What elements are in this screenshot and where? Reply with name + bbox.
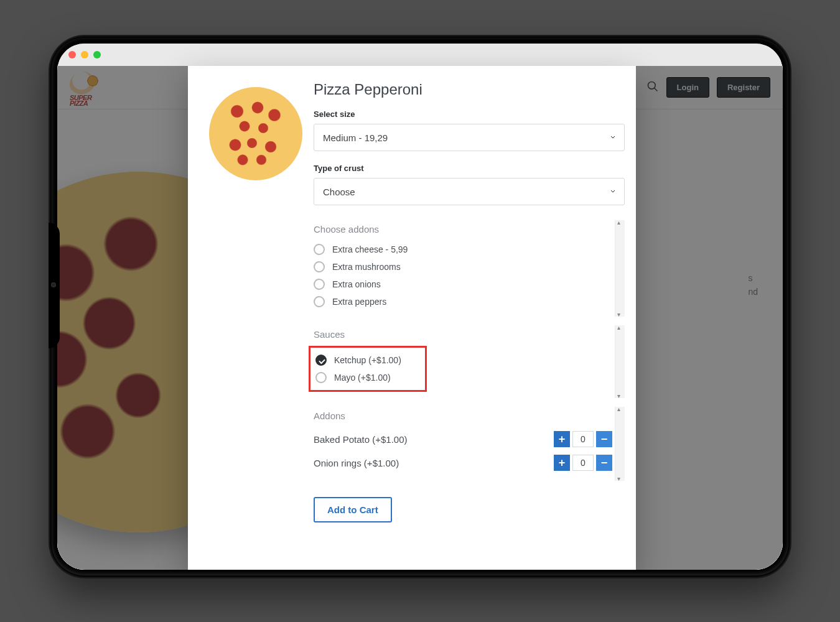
radio-icon	[314, 296, 325, 307]
addon-option[interactable]: Extra peppers	[314, 293, 625, 310]
choose-addons-title: Choose addons	[314, 224, 625, 234]
qty-minus-button[interactable]: −	[596, 431, 612, 447]
qty-value: 0	[572, 455, 594, 471]
sauce-option-ketchup[interactable]: Ketchup (+$1.00)	[315, 351, 420, 369]
sauce-option-label: Mayo (+$1.00)	[334, 373, 391, 383]
addon-row: Onion rings (+$1.00) + 0 −	[314, 451, 625, 475]
product-modal: Pizza Pepperoni Select size Medium - 19,…	[188, 66, 636, 570]
qty-minus-button[interactable]: −	[596, 455, 612, 471]
addon-row-label: Baked Potato (+$1.00)	[314, 434, 408, 445]
radio-icon	[315, 355, 327, 366]
quantity-stepper: + 0 −	[554, 455, 612, 471]
addon-option[interactable]: Extra onions	[314, 276, 625, 293]
viewport: SUPER PIZZA Login Register	[57, 66, 783, 570]
sauce-option-mayo[interactable]: Mayo (+$1.00)	[315, 369, 420, 386]
chevron-down-icon	[609, 187, 617, 197]
stage: SUPER PIZZA Login Register	[0, 0, 840, 622]
addon-row: Baked Potato (+$1.00) + 0 −	[314, 427, 625, 451]
addon-option[interactable]: Extra mushrooms	[314, 258, 625, 276]
scrollbar[interactable]	[615, 407, 625, 481]
close-dot[interactable]	[68, 51, 76, 58]
size-select[interactable]: Medium - 19,29	[314, 124, 625, 151]
crust-select[interactable]: Choose	[314, 178, 625, 205]
addons-title: Addons	[314, 411, 625, 421]
radio-icon	[314, 279, 325, 290]
scrollbar[interactable]	[615, 325, 625, 398]
tablet-frame: SUPER PIZZA Login Register	[50, 36, 790, 577]
addon-option[interactable]: Extra cheese - 5,99	[314, 241, 625, 258]
quantity-stepper: + 0 −	[554, 431, 612, 447]
window-chrome	[57, 44, 783, 66]
radio-icon	[314, 261, 325, 272]
scrollbar[interactable]	[615, 220, 625, 317]
radio-icon	[315, 372, 327, 383]
crust-select-value: Choose	[323, 187, 355, 197]
minimize-dot[interactable]	[81, 51, 88, 58]
product-thumbnail	[209, 87, 302, 180]
tablet-notch	[49, 223, 60, 348]
sauce-option-label: Ketchup (+$1.00)	[334, 355, 401, 365]
add-to-cart-button[interactable]: Add to Cart	[314, 497, 392, 522]
size-select-value: Medium - 19,29	[323, 132, 388, 143]
addon-option-label: Extra cheese - 5,99	[332, 244, 408, 254]
radio-icon	[314, 244, 325, 255]
addon-option-label: Extra onions	[332, 279, 381, 289]
addon-option-label: Extra mushrooms	[332, 262, 401, 272]
addon-row-label: Onion rings (+$1.00)	[314, 458, 399, 468]
extra-addons-section: Addons Baked Potato (+$1.00) + 0 −	[314, 404, 625, 483]
product-title: Pizza Pepperoni	[314, 81, 625, 98]
instruction-highlight: Ketchup (+$1.00) Mayo (+$1.00)	[309, 346, 427, 392]
screen: SUPER PIZZA Login Register	[57, 44, 783, 570]
product-form: Pizza Pepperoni Select size Medium - 19,…	[314, 81, 627, 551]
qty-value: 0	[572, 431, 594, 447]
sauces-title: Sauces	[314, 329, 625, 340]
sauces-section: Sauces Ketchup (+$1.00) Mayo (+$1.00)	[314, 323, 625, 401]
addon-option-label: Extra peppers	[332, 297, 386, 307]
maximize-dot[interactable]	[93, 51, 101, 58]
qty-plus-button[interactable]: +	[554, 431, 570, 447]
chevron-down-icon	[609, 132, 617, 143]
crust-label: Type of crust	[314, 164, 625, 173]
qty-plus-button[interactable]: +	[554, 455, 570, 471]
choose-addons-section: Choose addons Extra cheese - 5,99 Extra …	[314, 218, 625, 319]
size-label: Select size	[314, 109, 625, 119]
